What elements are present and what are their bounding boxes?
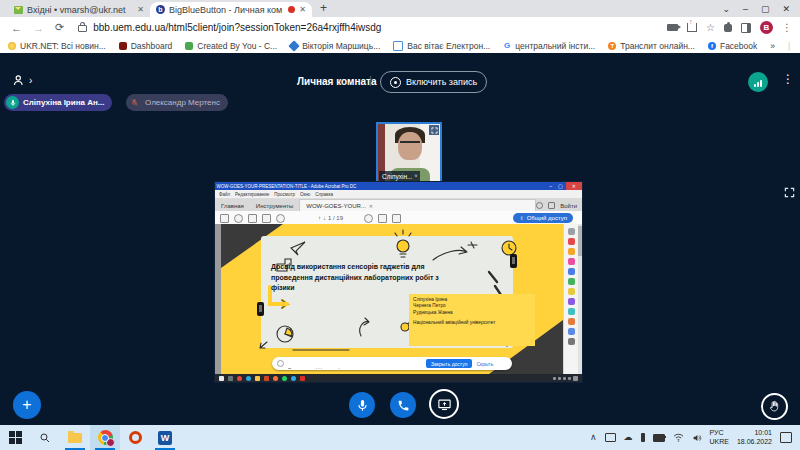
minimize-button[interactable]: – <box>743 4 748 14</box>
facebook-icon: f <box>708 42 716 50</box>
bookmark-dashboard[interactable]: Dashboard <box>119 41 173 51</box>
browser-tab-bbb[interactable]: b BigBlueButton - Личная ком ✕ <box>150 2 312 17</box>
webcam-name-dropdown[interactable]: Сліпухін... ˅ <box>379 171 420 181</box>
shared-acrobat-icon <box>300 376 305 381</box>
acrobat-tab-document: WOW-GOES-YOUR... ✕ <box>299 199 536 211</box>
browser-menu-icon[interactable]: ⋮ <box>782 22 792 33</box>
manage-users-button[interactable]: › <box>12 73 32 88</box>
webcam-fullscreen-icon[interactable] <box>429 125 439 135</box>
display-icon[interactable] <box>605 433 616 442</box>
tray-chevron-icon[interactable]: ∧ <box>590 433 597 442</box>
acrobat-menubar: Файл Редактирование Просмотр Окно Справк… <box>215 190 582 199</box>
stop-screen-share-button[interactable] <box>429 389 459 419</box>
bookmark-translit[interactable]: TТранслит онлайн... <box>608 41 695 51</box>
address-bar-actions: ☆ B ⋮ <box>667 21 800 34</box>
office-icon <box>129 431 142 444</box>
taskbar-chrome-button[interactable] <box>90 425 120 450</box>
stamp-icon <box>392 214 401 223</box>
volume-icon[interactable] <box>692 433 702 443</box>
tab-recording-indicator <box>288 6 295 13</box>
file-explorer-icon <box>68 433 82 443</box>
slide-title: Досвід використання сенсорів гаджетів дл… <box>271 262 446 294</box>
shared-start-icon <box>219 376 224 381</box>
info-icon <box>277 360 284 367</box>
maximize-button[interactable]: ▢ <box>761 4 770 14</box>
actions-plus-button[interactable]: + <box>13 391 41 419</box>
wifi-icon[interactable] <box>673 433 684 442</box>
close-window-button[interactable]: ✕ <box>782 4 790 14</box>
screenshare-video[interactable]: WOW-GOES-YOUR-PRESENTATION-TITLE - Adobe… <box>215 182 582 382</box>
raise-hand-button[interactable] <box>761 393 788 420</box>
refresh-button[interactable]: ⟳ <box>55 21 64 34</box>
participant-badge-slipukhina[interactable]: Сліпухіна Ірина Ан... <box>4 94 112 111</box>
extensions-icon[interactable] <box>724 24 732 32</box>
taskbar-office-button[interactable] <box>120 425 150 450</box>
taskbar-search-button[interactable] <box>30 425 60 450</box>
onedrive-cloud-icon[interactable]: ☁ <box>624 433 633 442</box>
bookmark-created-by-you[interactable]: Created By You - C... <box>185 41 277 51</box>
start-recording-button[interactable]: Включить запись <box>380 71 487 93</box>
notice-text: Приложение bbb.uem.edu.ua предоставляет … <box>288 367 422 369</box>
shared-system-tray <box>553 376 578 381</box>
language-indicator[interactable]: РУС UKRE <box>710 429 729 445</box>
usb-icon[interactable] <box>641 433 645 442</box>
connection-status-button[interactable] <box>748 72 768 92</box>
bookmark-central-inst[interactable]: Gцентральний інсти... <box>503 41 595 51</box>
acrobat-tab-tools: Инструменты <box>250 200 299 211</box>
action-center-icon[interactable] <box>780 432 792 443</box>
windows-logo-icon <box>9 431 22 444</box>
document-icon <box>393 41 403 51</box>
windows-taskbar: W ∧ ☁ РУС UKRE 10:01 18.06.2022 <box>0 425 800 450</box>
start-button[interactable] <box>0 425 30 450</box>
close-tab-icon[interactable]: ✕ <box>137 6 144 14</box>
battery-icon[interactable] <box>653 434 665 442</box>
clock[interactable]: 10:01 18.06.2022 <box>737 429 772 445</box>
bookmarks-overflow[interactable]: » <box>770 41 775 51</box>
bookmark-viktoria[interactable]: Вікторія Маршиць... <box>290 41 380 51</box>
acrobat-window-controls: – ▢ ✕ <box>546 182 582 190</box>
slide-authors-box: Сліпухіна Ірина Чернега Петро Рудницька … <box>409 294 535 346</box>
record-icon <box>390 77 401 88</box>
bookmark-facebook[interactable]: fFacebook <box>708 41 757 51</box>
acrobat-signin: Войти <box>560 203 577 209</box>
screen-share-icon <box>437 397 452 412</box>
forward-button[interactable]: → <box>33 22 44 34</box>
bookmark-electron[interactable]: Вас вітає Електрон... <box>393 41 490 51</box>
bookmark-star-icon[interactable]: ☆ <box>706 23 715 33</box>
mail-icon <box>248 214 257 223</box>
person-icon <box>12 73 27 88</box>
new-tab-button[interactable]: + <box>320 1 327 15</box>
room-title: Личная комната <box>297 76 377 87</box>
share-page-icon[interactable] <box>687 23 697 32</box>
pdf-slide: Досвід використання сенсорів гаджетів дл… <box>221 224 563 374</box>
presentation-fullscreen-icon[interactable] <box>784 184 795 202</box>
search-icon <box>39 432 51 444</box>
taskbar-explorer-button[interactable] <box>60 425 90 450</box>
dashboard-icon <box>119 42 127 50</box>
side-panel-icon[interactable] <box>741 23 751 33</box>
media-camera-icon[interactable] <box>667 24 678 31</box>
close-tab-icon[interactable]: ✕ <box>299 6 306 14</box>
bell-icon <box>548 202 555 209</box>
lock-icon[interactable] <box>78 25 87 32</box>
url-text[interactable]: bbb.uem.edu.ua/html5client/join?sessionT… <box>93 22 381 33</box>
tab-search-icon[interactable]: ⌄ <box>722 4 730 14</box>
slide-affiliation: Національний авіаційний університет <box>413 320 535 326</box>
profile-avatar[interactable]: B <box>760 21 773 34</box>
participant-badge-mertens[interactable]: Олександр Мертенс <box>126 94 228 111</box>
webcam-video[interactable]: Сліпухін... ˅ <box>376 122 442 184</box>
window-controls: ⌄ – ▢ ✕ <box>722 4 800 17</box>
options-menu-icon[interactable]: ⋮ <box>782 72 794 86</box>
shared-telegram-icon <box>291 376 296 381</box>
bookmark-ukrnet[interactable]: UKR.NET: Всі новин... <box>8 41 106 51</box>
browser-tab-mail[interactable]: Вхідні • vmarsh@ukr.net ✕ <box>8 2 150 17</box>
taskbar-word-button[interactable]: W <box>150 425 180 450</box>
tab-title: BigBlueButton - Личная ком <box>169 5 284 15</box>
leave-audio-button[interactable] <box>390 392 416 418</box>
back-button[interactable]: ← <box>11 22 22 34</box>
shared-firefox-icon <box>273 376 278 381</box>
mute-microphone-button[interactable] <box>349 392 375 418</box>
browser-tabstrip: Вхідні • vmarsh@ukr.net ✕ b BigBlueButto… <box>0 0 800 17</box>
print-icon <box>234 214 243 223</box>
google-icon: G <box>503 42 511 50</box>
